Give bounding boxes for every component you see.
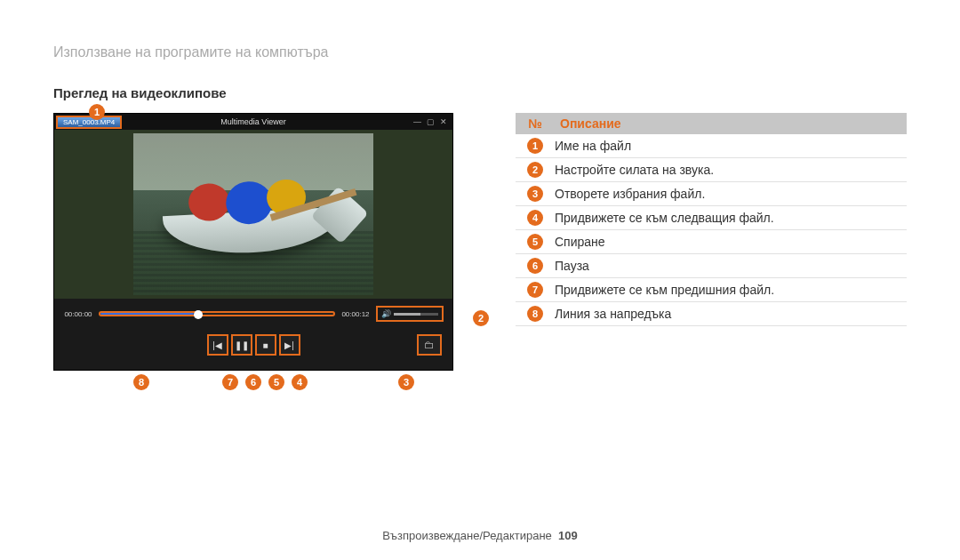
time-elapsed: 00:00:00 [63,310,93,318]
video-player-figure: 1 2 3 4 5 6 7 8 SAM_0003.MP4 Multimedia … [53,113,453,371]
progress-bar[interactable] [99,311,335,316]
table-header-row: № Описание [516,113,907,134]
skip-next-icon: ▶| [284,340,294,350]
callout-8: 8 [133,374,149,390]
page-footer: Възпроизвеждане/Редактиране 109 [0,529,960,542]
row-description: Спиране [555,235,907,249]
breadcrumb: Използване на програмите на компютъра [53,44,907,60]
player-controls: |◀ ❚❚ ■ ▶| [54,334,452,356]
callout-3: 3 [398,374,414,390]
open-file-button[interactable]: 🗀 [417,334,442,356]
callout-2: 2 [473,310,489,326]
callout-5: 5 [268,374,284,390]
table-row: 3 Отворете избрания файл. [516,182,907,206]
volume-icon: 🔊 [381,309,391,318]
video-viewport [54,130,452,299]
row-number-badge: 3 [527,186,543,202]
row-description: Линия за напредъка [555,307,907,321]
row-description: Придвижете се към следващия файл. [555,211,907,225]
footer-page-number: 109 [558,529,578,542]
section-title: Преглед на видеоклипове [53,85,907,100]
table-header-description: Описание [555,113,907,134]
volume-slider[interactable]: 🔊 [376,306,444,322]
row-number-badge: 1 [527,138,543,154]
row-number-badge: 8 [527,306,543,322]
table-header-number: № [516,113,555,134]
pause-icon: ❚❚ [235,340,249,350]
video-frame-illustration [133,133,373,295]
player-window-title: Multimedia Viewer [220,117,285,126]
footer-section: Възпроизвеждане/Редактиране [382,529,552,542]
row-description: Отворете избрания файл. [555,187,907,201]
row-number-badge: 2 [527,162,543,178]
row-number-badge: 4 [527,210,543,226]
table-row: 6 Пауза [516,254,907,278]
folder-icon: 🗀 [424,339,435,351]
row-number-badge: 7 [527,282,543,298]
table-row: 2 Настройте силата на звука. [516,158,907,182]
maximize-icon[interactable]: ▢ [427,117,435,126]
prev-button[interactable]: |◀ [207,334,228,356]
callout-4: 4 [292,374,308,390]
pause-button[interactable]: ❚❚ [231,334,252,356]
table-row: 7 Придвижете се към предишния файл. [516,278,907,302]
player-titlebar: SAM_0003.MP4 Multimedia Viewer — ▢ ✕ [54,114,452,130]
table-row: 1 Име на файл [516,134,907,158]
description-table: № Описание 1 Име на файл 2 Настройте сил… [516,113,907,326]
table-row: 5 Спиране [516,230,907,254]
stop-button[interactable]: ■ [255,334,276,356]
row-description: Име на файл [555,139,907,153]
row-description: Пауза [555,259,907,273]
callout-1: 1 [89,104,105,120]
callout-6: 6 [245,374,261,390]
skip-prev-icon: |◀ [212,340,222,350]
table-row: 4 Придвижете се към следващия файл. [516,206,907,230]
row-number-badge: 6 [527,258,543,274]
video-player-window: SAM_0003.MP4 Multimedia Viewer — ▢ ✕ [53,113,453,371]
row-description: Настройте силата на звука. [555,163,907,177]
close-icon[interactable]: ✕ [440,117,447,126]
time-total: 00:00:12 [340,310,371,318]
progress-knob[interactable] [194,310,203,319]
callout-7: 7 [222,374,238,390]
next-button[interactable]: ▶| [279,334,300,356]
minimize-icon[interactable]: — [413,117,421,126]
stop-icon: ■ [262,340,268,350]
row-description: Придвижете се към предишния файл. [555,283,907,297]
row-number-badge: 5 [527,234,543,250]
table-row: 8 Линия за напредъка [516,302,907,326]
file-name-tab[interactable]: SAM_0003.MP4 [56,116,122,129]
